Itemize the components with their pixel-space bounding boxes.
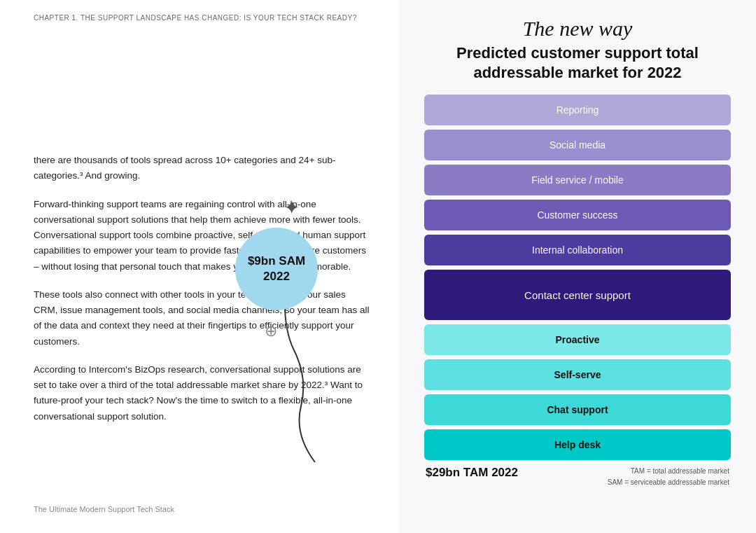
- bar-help-desk: Help desk: [424, 429, 731, 460]
- left-panel: CHAPTER 1. THE SUPPORT LANDSCAPE HAS CHA…: [0, 0, 399, 533]
- right-panel: The new way Predicted customer support t…: [399, 0, 756, 533]
- bar-social-media: Social media: [424, 130, 731, 160]
- title-main: Predicted customer support total address…: [424, 43, 731, 82]
- chapter-label: CHAPTER 1. THE SUPPORT LANDSCAPE HAS CHA…: [34, 14, 371, 22]
- footer-label: The Ultimate Modern Support Tech Stack: [34, 505, 371, 519]
- title-script: The new way: [523, 17, 633, 41]
- bottom-labels: $29bn TAM 2022 TAM = total addressable m…: [424, 466, 731, 488]
- bar-chat-support: Chat support: [424, 394, 731, 425]
- paragraph-2: Forward-thinking support teams are regai…: [34, 197, 371, 275]
- bar-contact-center: Contact center support: [424, 270, 731, 320]
- bar-self-serve: Self-serve: [424, 359, 731, 390]
- bar-internal-collab: Internal collaboration: [424, 235, 731, 265]
- plus-icon: ⊕: [265, 322, 277, 340]
- sam-bubble: $9bn SAM 2022: [235, 228, 318, 310]
- bar-proactive: Proactive: [424, 324, 731, 355]
- bar-field-service: Field service / mobile: [424, 165, 731, 195]
- bar-reporting: Reporting: [424, 95, 731, 125]
- bubble-text-line1: $9bn SAM: [248, 254, 305, 269]
- tam-note: TAM = total addressable market SAM = ser…: [608, 466, 729, 488]
- tam-label: $29bn TAM 2022: [426, 466, 518, 480]
- bubble-text-line2: 2022: [263, 269, 290, 284]
- bar-customer-success: Customer success: [424, 200, 731, 230]
- paragraph-1: there are thousands of tools spread acro…: [34, 153, 371, 184]
- sparkle-icon: ✦: [284, 196, 300, 219]
- bars-container: Reporting Social media Field service / m…: [424, 95, 731, 460]
